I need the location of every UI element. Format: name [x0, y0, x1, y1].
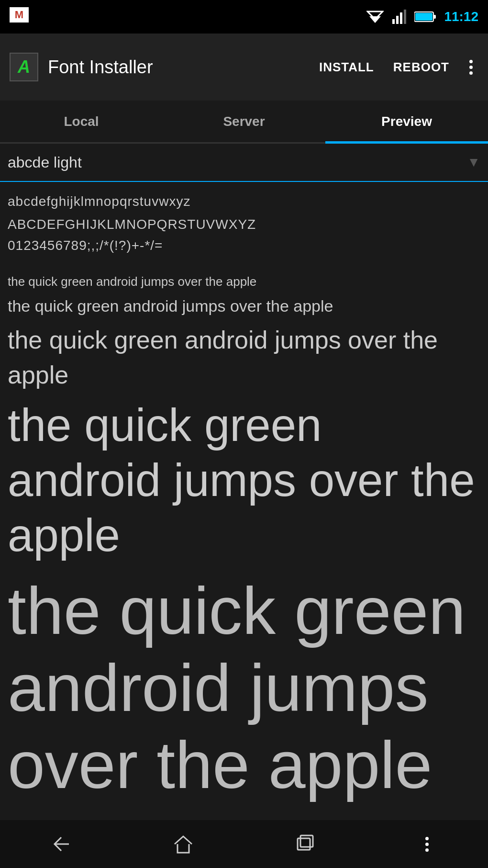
status-time: 11:12 — [444, 9, 478, 24]
preview-content: abcdefghijklmnopqrstuvwxyz ABCDEFGHIJKLM… — [0, 182, 488, 813]
reboot-button[interactable]: REBOOT — [388, 56, 454, 79]
status-bar: M 11:12 — [0, 0, 488, 34]
tab-server[interactable]: Server — [163, 101, 325, 142]
search-bar: ▼ — [0, 144, 488, 182]
gmail-icon: M — [10, 7, 29, 23]
svg-rect-10 — [298, 838, 310, 850]
preview-lowercase: abcdefghijklmnopqrstuvwxyz — [8, 192, 480, 212]
app-logo-icon: A — [10, 53, 38, 81]
tab-local[interactable]: Local — [0, 101, 163, 142]
font-search-input[interactable] — [8, 150, 467, 175]
svg-rect-5 — [404, 10, 406, 24]
bottom-nav — [0, 820, 488, 868]
preview-uppercase: ABCDEFGHIJKLMNOPQRSTUVWXYZ — [8, 214, 480, 235]
preview-sentence-medium: the quick green android jumps over the a… — [8, 295, 480, 318]
svg-rect-3 — [396, 16, 399, 24]
signal-icon — [392, 10, 407, 24]
home-button[interactable] — [169, 830, 198, 858]
svg-rect-7 — [415, 13, 433, 21]
preview-numbers: 0123456789;,;/*(!?)+-*/= — [8, 236, 480, 256]
recents-button[interactable] — [291, 830, 320, 858]
svg-rect-8 — [433, 15, 436, 19]
svg-rect-2 — [392, 19, 395, 24]
preview-sentence-xxlarge: the quick green android jumps over the a… — [8, 572, 480, 803]
back-button[interactable] — [47, 830, 76, 858]
nav-overflow-button[interactable] — [413, 830, 442, 858]
tab-bar: Local Server Preview — [0, 101, 488, 144]
app-bar: A Font Installer INSTALL REBOOT — [0, 34, 488, 101]
preview-sentence-small: the quick green android jumps over the a… — [8, 273, 480, 290]
svg-rect-11 — [300, 835, 313, 847]
overflow-menu-button[interactable] — [464, 56, 478, 79]
app-title: Font Installer — [48, 57, 305, 78]
svg-rect-4 — [400, 12, 402, 24]
install-button[interactable]: INSTALL — [314, 56, 379, 79]
preview-sentence-xlarge: the quick green android jumps over the a… — [8, 397, 480, 563]
tab-preview[interactable]: Preview — [325, 101, 488, 142]
dropdown-arrow-icon[interactable]: ▼ — [467, 155, 480, 170]
battery-icon — [414, 11, 436, 23]
wifi-icon — [366, 10, 384, 24]
preview-sentence-large: the quick green android jumps over the a… — [8, 323, 480, 393]
